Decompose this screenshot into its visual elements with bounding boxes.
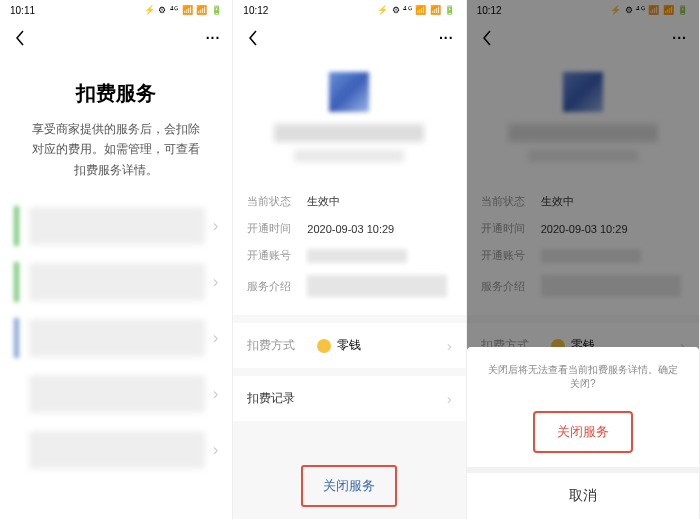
chevron-right-icon: › [213, 329, 218, 347]
sheet-message: 关闭后将无法查看当前扣费服务详情。确定关闭? [467, 347, 699, 405]
sheet-confirm-wrap: 关闭服务 [467, 405, 699, 467]
info-row-intro: 服务介绍 [247, 269, 451, 303]
records-row[interactable]: 扣费记录 › [233, 376, 465, 421]
info-section: 当前状态生效中 开通时间2020-09-03 10:29 开通账号 服务介绍 [233, 180, 465, 315]
info-row-status: 当前状态生效中 [247, 188, 451, 215]
info-label: 开通账号 [247, 248, 307, 263]
list-item[interactable]: › [0, 310, 232, 366]
list-item[interactable]: › [0, 366, 232, 422]
chevron-right-icon: › [213, 217, 218, 235]
info-label: 当前状态 [247, 194, 307, 209]
account-redacted [307, 249, 407, 263]
payment-method-row[interactable]: 扣费方式 零钱 › [233, 323, 465, 368]
info-row-time: 开通时间2020-09-03 10:29 [247, 215, 451, 242]
open-time-value: 2020-09-03 10:29 [307, 223, 394, 235]
page-title: 扣费服务 [22, 80, 210, 107]
footer: 关闭服务 [233, 449, 465, 519]
action-sheet: 关闭后将无法查看当前扣费服务详情。确定关闭? 关闭服务 取消 [467, 347, 699, 519]
chevron-right-icon: › [213, 273, 218, 291]
screen-service-list: 10:11 ⚡ ⚙ ⁴ᴳ 📶 📶 🔋 ··· 扣费服务 享受商家提供的服务后，会… [0, 0, 233, 519]
payment-method-label: 扣费方式 [247, 337, 317, 354]
merchant-logo [329, 72, 369, 112]
detail-content: 当前状态生效中 开通时间2020-09-03 10:29 开通账号 服务介绍 扣… [233, 56, 465, 519]
nav-bar: ··· [0, 20, 232, 56]
status-value: 生效中 [307, 194, 340, 209]
close-service-button[interactable]: 关闭服务 [301, 465, 397, 507]
cancel-button[interactable]: 取消 [467, 473, 699, 519]
page-description: 享受商家提供的服务后，会扣除对应的费用。如需管理，可查看扣费服务详情。 [22, 119, 210, 180]
coin-icon [317, 339, 331, 353]
records-label: 扣费记录 [247, 390, 447, 407]
merchant-header [233, 56, 465, 180]
merchant-name-redacted [274, 124, 424, 142]
nav-bar: ··· [233, 20, 465, 56]
chevron-right-icon: › [213, 441, 218, 459]
chevron-right-icon: › [213, 385, 218, 403]
info-label: 服务介绍 [247, 279, 307, 294]
page-header: 扣费服务 享受商家提供的服务后，会扣除对应的费用。如需管理，可查看扣费服务详情。 [0, 56, 232, 180]
confirm-close-button[interactable]: 关闭服务 [533, 411, 633, 453]
screen-service-detail: 10:12 ⚡ ⚙ ⁴ᴳ 📶 📶 🔋 ··· 当前状态生效中 开通时间2020-… [233, 0, 466, 519]
info-row-account: 开通账号 [247, 242, 451, 269]
list-item[interactable]: › [0, 198, 232, 254]
status-icons: ⚡ ⚙ ⁴ᴳ 📶 📶 🔋 [377, 5, 456, 15]
intro-redacted [307, 275, 447, 297]
chevron-right-icon: › [447, 338, 452, 354]
screen-confirm-close: 10:12 ⚡ ⚙ ⁴ᴳ 📶 📶 🔋 ··· 当前状态生效中 开通时间2020-… [467, 0, 700, 519]
status-icons: ⚡ ⚙ ⁴ᴳ 📶 📶 🔋 [144, 5, 223, 15]
status-time: 10:11 [10, 5, 35, 16]
more-icon[interactable]: ··· [206, 30, 221, 46]
merchant-sub-redacted [294, 150, 404, 162]
payment-method-value: 零钱 [317, 337, 447, 354]
service-list: › › › › › [0, 198, 232, 478]
chevron-right-icon: › [447, 391, 452, 407]
list-item[interactable]: › [0, 254, 232, 310]
status-time: 10:12 [243, 5, 268, 16]
list-item[interactable]: › [0, 422, 232, 478]
status-bar: 10:12 ⚡ ⚙ ⁴ᴳ 📶 📶 🔋 [233, 0, 465, 20]
back-icon[interactable] [12, 30, 28, 46]
info-label: 开通时间 [247, 221, 307, 236]
status-bar: 10:11 ⚡ ⚙ ⁴ᴳ 📶 📶 🔋 [0, 0, 232, 20]
more-icon[interactable]: ··· [439, 30, 454, 46]
back-icon[interactable] [245, 30, 261, 46]
